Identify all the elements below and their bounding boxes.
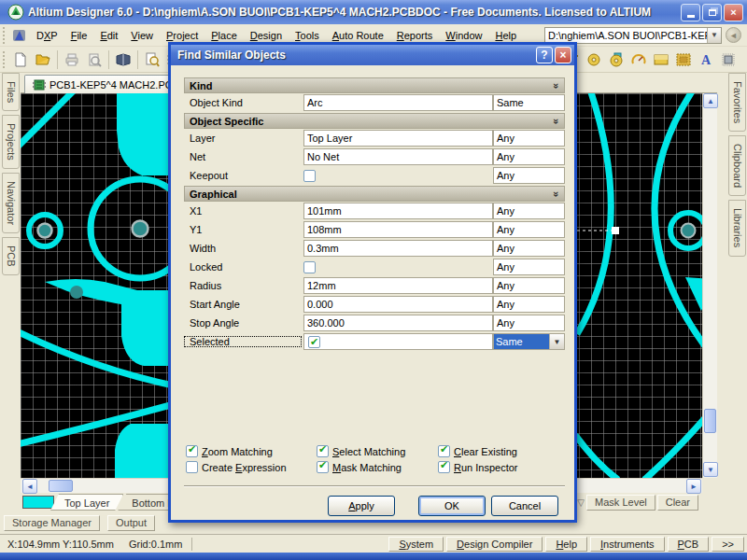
restore-button[interactable]	[702, 4, 722, 21]
select-matching-checkbox[interactable]	[317, 445, 329, 457]
menu-project[interactable]: Project	[160, 27, 204, 44]
scroll-right-icon[interactable]: ►	[686, 479, 701, 494]
vertical-scroll-thumb[interactable]	[704, 409, 716, 433]
sidebar-tab-libraries[interactable]: Libraries	[728, 200, 746, 256]
collapse-chevron-icon[interactable]: »	[551, 82, 562, 88]
y1-match[interactable]: Any	[493, 221, 565, 238]
option-clear-existing[interactable]: Clear Existing	[438, 444, 559, 458]
menu-edit[interactable]: Edit	[93, 27, 124, 44]
dialog-help-button[interactable]: ?	[536, 47, 553, 63]
sidebar-tab-clipboard[interactable]: Clipboard	[728, 135, 746, 196]
document-path-combo[interactable]: D:\nghiem\A.SON BUOI\PCB1-KEP5^4 ▼	[544, 27, 722, 44]
menu-design[interactable]: Design	[244, 27, 289, 44]
option-mask-matching[interactable]: Mask Matching	[317, 460, 438, 474]
menu-dxp[interactable]: DXP	[30, 27, 64, 44]
menu-window[interactable]: Window	[439, 27, 488, 44]
menu-file[interactable]: File	[64, 27, 94, 44]
help-book-icon[interactable]	[112, 49, 134, 71]
sidebar-tab-favorites[interactable]: Favorites	[728, 73, 746, 132]
locked-checkbox[interactable]	[303, 261, 316, 273]
collapse-chevron-icon[interactable]: »	[551, 190, 562, 196]
section-header-object-specific[interactable]: Object Specific »	[184, 113, 565, 129]
stop-angle-match[interactable]: Any	[493, 315, 565, 331]
panel-more-button[interactable]: >>	[712, 537, 744, 552]
menu-reports[interactable]: Reports	[390, 27, 440, 44]
radius-match[interactable]: Any	[493, 277, 565, 294]
layer-match[interactable]: Any	[493, 130, 565, 147]
place-fill-icon[interactable]	[650, 49, 672, 71]
width-match[interactable]: Any	[493, 240, 565, 257]
object-kind-match[interactable]: Same	[493, 94, 565, 111]
panel-pcb-button[interactable]: PCB	[668, 537, 710, 552]
panel-system-button[interactable]: System	[388, 537, 444, 552]
minimize-button[interactable]	[681, 4, 700, 21]
menu-tools[interactable]: Tools	[289, 27, 326, 44]
storage-manager-button[interactable]: Storage Manager	[4, 515, 100, 531]
layer-tab-top[interactable]: Top Layer	[50, 494, 123, 511]
ok-button[interactable]: OK	[418, 496, 486, 516]
option-select-matching[interactable]: Select Matching	[317, 444, 438, 458]
horizontal-scroll-thumb[interactable]	[49, 480, 73, 492]
place-component-icon[interactable]	[717, 49, 740, 71]
active-layer-swatch[interactable]	[22, 496, 54, 509]
x1-value[interactable]: 101mm	[303, 203, 493, 219]
menu-place[interactable]: Place	[204, 27, 244, 44]
radius-value[interactable]: 12mm	[303, 277, 493, 294]
layer-value[interactable]: Top Layer	[303, 130, 493, 147]
section-header-kind[interactable]: Kind »	[184, 77, 565, 93]
scroll-down-icon[interactable]: ▼	[703, 462, 718, 477]
width-value[interactable]: 0.3mm	[303, 240, 493, 257]
place-arc-icon[interactable]	[627, 49, 650, 71]
place-polygon-icon[interactable]	[672, 49, 695, 71]
option-zoom-matching[interactable]: Zoom Matching	[186, 444, 317, 458]
print-icon[interactable]	[61, 49, 83, 71]
chevron-down-icon[interactable]: ▼	[707, 28, 721, 43]
sidebar-tab-files[interactable]: Files	[2, 73, 20, 111]
sidebar-tab-pcb[interactable]: PCB	[2, 237, 20, 275]
cancel-button[interactable]: Cancel	[491, 496, 558, 516]
close-button[interactable]: ×	[724, 4, 743, 21]
menu-view[interactable]: View	[124, 27, 160, 44]
menu-help[interactable]: Help	[488, 27, 523, 44]
option-run-inspector[interactable]: Run Inspector	[438, 460, 559, 474]
sidebar-tab-navigator[interactable]: Navigator	[2, 173, 20, 233]
x1-match[interactable]: Any	[493, 203, 565, 219]
vertical-scrollbar[interactable]: ▲ ▼	[702, 93, 717, 478]
start-angle-value[interactable]: 0.000	[303, 296, 493, 313]
clear-existing-checkbox[interactable]	[438, 445, 450, 457]
panel-instruments-button[interactable]: Instruments	[590, 537, 664, 552]
toolbar-grip[interactable]	[3, 51, 7, 68]
mask-matching-checkbox[interactable]	[317, 461, 329, 473]
y1-value[interactable]: 108mm	[303, 221, 493, 238]
clear-mask-button[interactable]: Clear	[657, 495, 698, 511]
panel-design-compiler-button[interactable]: Design Compiler	[446, 537, 543, 552]
stop-angle-value[interactable]: 360.000	[303, 315, 493, 331]
scroll-left-icon[interactable]: ◄	[22, 479, 37, 494]
keepout-match[interactable]: Any	[493, 167, 565, 184]
open-folder-icon[interactable]	[32, 49, 54, 71]
option-create-expression[interactable]: Create Expression	[186, 460, 317, 474]
start-angle-match[interactable]: Any	[493, 296, 565, 313]
place-via-icon[interactable]	[605, 49, 627, 71]
selected-checkbox[interactable]	[308, 336, 320, 348]
locked-match[interactable]: Any	[493, 259, 565, 275]
nav-back-button[interactable]: ◄	[726, 27, 741, 43]
zoom-matching-checkbox[interactable]	[186, 445, 198, 457]
selected-match-dropdown[interactable]: Same ▼	[493, 333, 565, 350]
net-value[interactable]: No Net	[303, 148, 493, 165]
create-expression-checkbox[interactable]	[186, 461, 198, 473]
run-inspector-checkbox[interactable]	[438, 461, 450, 473]
dialog-title-bar[interactable]: Find Similar Objects ? ×	[171, 45, 574, 65]
sidebar-tab-projects[interactable]: Projects	[2, 115, 20, 169]
section-header-graphical[interactable]: Graphical »	[184, 186, 565, 202]
dialog-close-button[interactable]: ×	[555, 47, 571, 63]
menu-auto-route[interactable]: Auto Route	[326, 27, 390, 44]
output-button[interactable]: Output	[107, 515, 155, 531]
chevron-down-icon[interactable]: ▼	[549, 334, 564, 349]
mask-level-button[interactable]: Mask Level	[586, 495, 655, 511]
collapse-chevron-icon[interactable]: »	[551, 118, 562, 123]
document-tab[interactable]: PCB1-KEP5^4 MACH2.PCB	[24, 75, 188, 93]
toolbar-grip[interactable]	[3, 27, 7, 44]
place-string-icon[interactable]: A	[695, 49, 717, 71]
scroll-up-icon[interactable]: ▲	[703, 93, 718, 108]
